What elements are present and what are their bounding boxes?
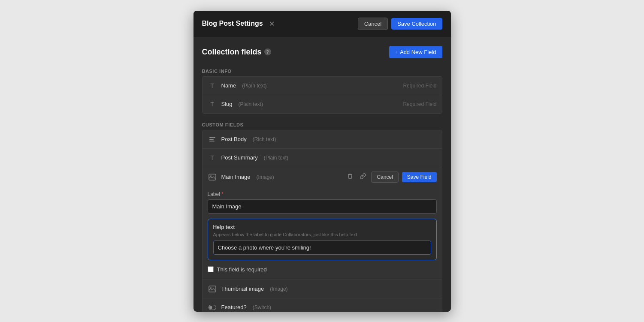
required-checkbox-row: This field is required [208,264,437,275]
close-button[interactable]: ✕ [266,19,277,29]
save-field-button[interactable]: Save Field [402,172,437,182]
field-type: (Plain text) [264,155,288,161]
field-type: (Plain text) [242,83,266,89]
field-name: Name [221,82,236,89]
text-icon: T [208,153,217,163]
collection-fields-help-icon[interactable]: ? [264,48,271,55]
field-name: Featured? [221,304,247,310]
table-row: T Post Summary (Plain text) [203,149,442,167]
text-icon: T [208,81,217,90]
help-text-box: Help text Appears below the label to gui… [208,219,437,260]
field-type: (Image) [256,174,274,180]
image-icon [208,284,217,294]
table-row: T Name (Plain text) Required Field [203,77,442,95]
modal-title-row: Blog Post Settings ✕ [202,19,277,29]
basic-info-label: Basic info [202,65,442,76]
field-type: (Rich text) [253,136,276,142]
expanded-content: Label * Help text Appears below the labe… [208,187,437,275]
modal-body: Collection fields ? + Add New Field Basi… [194,37,451,312]
rich-text-icon [208,135,217,144]
svg-point-6 [210,287,212,289]
required-checkbox[interactable] [208,266,214,272]
field-type: (Switch) [253,304,271,310]
field-name: Post Body [221,136,247,142]
required-badge: Required Field [403,83,436,89]
save-collection-button[interactable]: Save Collection [391,18,442,30]
field-name: Main Image [221,174,251,180]
collection-fields-header: Collection fields ? + Add New Field [202,46,442,58]
label-field-label: Label * [208,191,437,197]
svg-point-8 [209,306,212,309]
link-field-button[interactable] [358,172,368,181]
svg-rect-0 [209,137,215,138]
collection-fields-title: Collection fields [202,48,262,57]
basic-info-fields-group: T Name (Plain text) Required Field T Slu… [202,76,442,114]
field-name: Slug [221,101,233,107]
required-star: * [221,191,224,197]
custom-fields-label: Custom fields [202,119,442,130]
svg-rect-1 [209,139,214,140]
delete-field-button[interactable] [345,172,355,181]
table-row: Post Body (Rich text) [203,130,442,149]
table-row: Featured? (Switch) [203,298,442,312]
help-text-input[interactable] [213,241,431,255]
svg-point-4 [210,175,212,177]
help-text-label: Help text [213,224,431,230]
field-name: Thumbnail image [221,286,264,292]
required-badge: Required Field [403,101,436,107]
label-input[interactable] [208,199,437,214]
modal-header: Blog Post Settings ✕ Cancel Save Collect… [194,11,451,37]
cancel-field-button[interactable]: Cancel [371,172,398,183]
modal-title: Blog Post Settings [202,20,263,27]
required-checkbox-label: This field is required [217,266,267,273]
header-actions: Cancel Save Collection [358,18,442,30]
section-title-row: Collection fields ? [202,48,271,57]
table-row: Thumbnail image (Image) [203,280,442,298]
field-actions: Cancel Save Field [345,172,436,183]
add-new-field-button[interactable]: + Add New Field [389,46,442,58]
main-image-field-row: Main Image (Image) [203,167,442,280]
custom-fields-group: Post Body (Rich text) T Post Summary (Pl… [202,130,442,312]
switch-icon [208,303,217,312]
image-icon [208,172,217,182]
field-type: (Image) [270,286,287,292]
blog-post-settings-modal: Blog Post Settings ✕ Cancel Save Collect… [194,11,451,312]
field-row-top: Main Image (Image) [208,172,437,183]
svg-rect-2 [209,141,215,141]
cancel-button[interactable]: Cancel [358,18,388,30]
help-text-desc: Appears below the label to guide Collabo… [213,232,431,237]
field-name: Post Summary [221,154,258,161]
field-type: (Plain text) [239,101,263,107]
table-row: T Slug (Plain text) Required Field [203,95,442,113]
text-icon: T [208,99,217,109]
